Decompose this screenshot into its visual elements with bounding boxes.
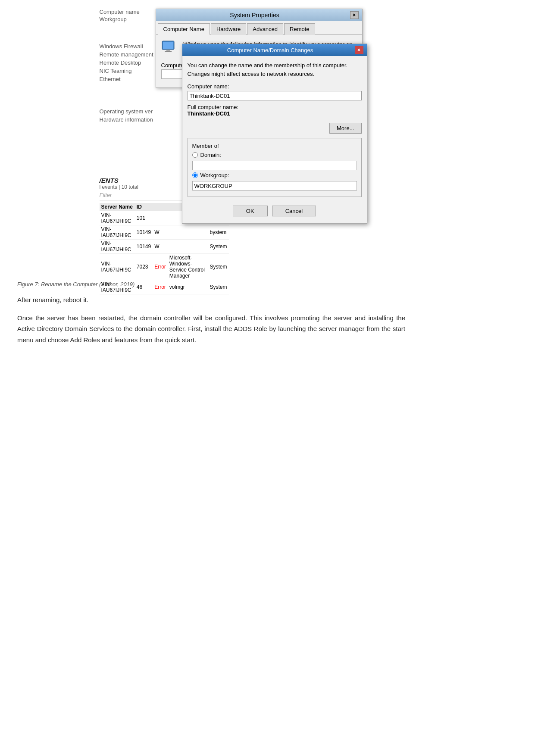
row-desc: [168, 240, 208, 254]
system-props-dialog: System Properties × Computer Name Hardwa…: [156, 9, 363, 88]
domain-input[interactable]: [192, 161, 357, 170]
col-type: [153, 203, 168, 211]
workgroup-radio-row: Workgroup:: [192, 172, 357, 178]
body-text: After renaming, reboot it. Once the serv…: [17, 294, 405, 345]
tab-hardware[interactable]: Hardware: [211, 23, 246, 35]
dialog-body: Windows uses the following information t…: [156, 35, 362, 87]
row-server: VIN-IAU67IJHI9C: [100, 225, 135, 240]
subdialog-close-button[interactable]: ×: [355, 46, 363, 54]
subdialog-full-name-section: Full computer name: Thinktank-DC01: [188, 104, 362, 117]
subdialog-body: You can change the name and the membersh…: [182, 56, 367, 223]
sidebar-item-os-ver: Operating system ver: [100, 108, 177, 115]
ok-button[interactable]: OK: [233, 206, 268, 216]
cancel-button[interactable]: Cancel: [272, 206, 316, 216]
subdialog-full-name-label: Full computer name:: [188, 104, 362, 110]
row-extra: [153, 211, 168, 225]
tab-advanced[interactable]: Advanced: [247, 23, 283, 35]
paragraph-2: Once the server has been restarted, the …: [17, 312, 405, 346]
paragraph-1: After renaming, reboot it.: [17, 294, 405, 306]
row-extra: W: [153, 240, 168, 254]
row-extra: Error: [153, 280, 168, 294]
row-category: bystem: [208, 225, 228, 240]
workgroup-radio[interactable]: [192, 172, 198, 178]
row-extra: Error: [153, 254, 168, 280]
row-id: 10149: [135, 225, 153, 240]
row-server: VIN-IAU67IJHI9C: [100, 280, 135, 294]
domain-label: Domain:: [200, 152, 221, 158]
col-id: ID: [135, 203, 153, 211]
row-category: System: [208, 254, 228, 280]
workgroup-radio-label: Workgroup:: [200, 172, 229, 178]
sidebar-item-hw-info: Hardware information: [100, 116, 177, 123]
row-desc: [168, 225, 208, 240]
row-desc: Microsoft-Windows-Service Control Manage…: [168, 254, 208, 280]
row-category: System: [208, 240, 228, 254]
row-id: 101: [135, 211, 153, 225]
tabs-bar: Computer Name Hardware Advanced Remote: [156, 21, 362, 35]
row-server: VIN-IAU67IJHI9C: [100, 240, 135, 254]
table-row: VIN-IAU67IJHI9C 46 Error volmgr System: [100, 280, 229, 294]
row-id: 46: [135, 280, 153, 294]
screenshot-area: Computer name WIN-IAU67IJHI9C Workgroup …: [100, 9, 436, 276]
subdialog-titlebar: Computer Name/Domain Changes ×: [182, 44, 367, 56]
row-id: 7023: [135, 254, 153, 280]
domain-radio-row: Domain:: [192, 152, 357, 158]
domain-radio[interactable]: [192, 152, 198, 158]
svg-rect-2: [166, 50, 170, 51]
row-category: System: [208, 280, 228, 294]
row-server: VIN-IAU67IJHI9C: [100, 211, 135, 225]
dialog-close-button[interactable]: ×: [350, 11, 359, 19]
dialog-title: System Properties: [160, 12, 350, 19]
row-server: VIN-IAU67IJHI9C: [100, 254, 135, 280]
member-of-section: Member of Domain: Workgroup:: [188, 138, 362, 197]
subdialog-computer-name-label: Computer name:: [188, 83, 362, 90]
more-button[interactable]: More...: [329, 123, 361, 134]
member-of-title: Member of: [192, 143, 357, 149]
table-row: VIN-IAU67IJHI9C 7023 Error Microsoft-Win…: [100, 254, 229, 280]
row-id: 10149: [135, 240, 153, 254]
table-row: VIN-IAU67IJHI9C 10149 W System: [100, 240, 229, 254]
subdialog-computer-name-input[interactable]: [188, 91, 362, 100]
system-props-dialog-wrapper: System Properties × Computer Name Hardwa…: [156, 9, 363, 88]
subdialog-buttons: OK Cancel: [188, 202, 362, 218]
tab-remote[interactable]: Remote: [284, 23, 315, 35]
figure-caption: Figure 7: Rename the Computer (Author, 2…: [17, 281, 518, 287]
subdialog-full-name-value: Thinktank-DC01: [188, 110, 230, 117]
subdialog-description: You can change the name and the membersh…: [188, 61, 362, 78]
row-extra: W: [153, 225, 168, 240]
row-desc: volmgr: [168, 280, 208, 294]
table-row: VIN-IAU67IJHI9C 10149 W bystem: [100, 225, 229, 240]
computer-icon: [161, 40, 178, 54]
dialog-titlebar: System Properties ×: [156, 9, 362, 21]
subdialog: Computer Name/Domain Changes × You can c…: [182, 44, 367, 224]
workgroup-input[interactable]: [192, 181, 357, 191]
subdialog-title: Computer Name/Domain Changes: [186, 47, 355, 53]
svg-rect-1: [163, 42, 173, 49]
svg-rect-3: [165, 51, 172, 52]
tab-computer-name[interactable]: Computer Name: [158, 23, 210, 35]
col-server-name: Server Name: [100, 203, 135, 211]
